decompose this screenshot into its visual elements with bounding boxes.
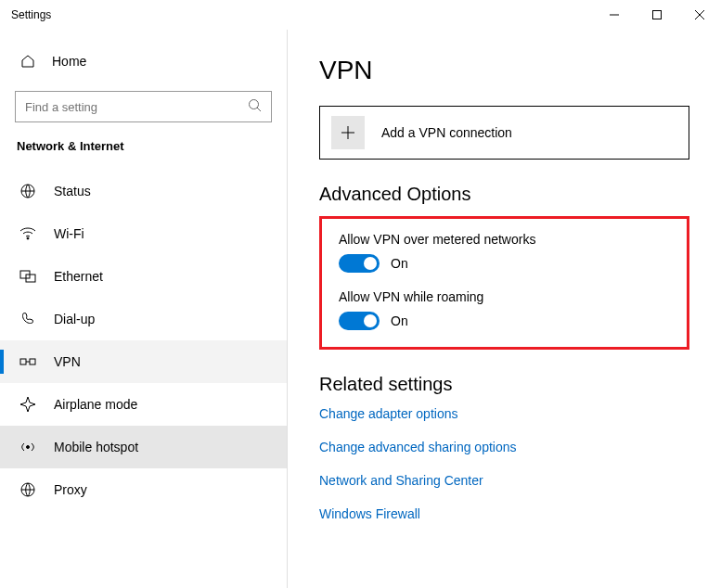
- sidebar-item-status[interactable]: Status: [0, 170, 287, 212]
- vpn-icon: [19, 355, 37, 368]
- svg-rect-1: [653, 11, 662, 19]
- close-button[interactable]: [678, 0, 721, 30]
- search-wrap: [15, 91, 272, 122]
- category-header: Network & Internet: [0, 139, 287, 170]
- sidebar-item-hotspot[interactable]: Mobile hotspot: [0, 426, 287, 468]
- svg-point-7: [27, 237, 29, 239]
- sidebar-item-airplane[interactable]: Airplane mode: [0, 383, 287, 426]
- option-roaming: Allow VPN while roaming On: [339, 289, 670, 330]
- sidebar-item-label: Ethernet: [54, 269, 103, 284]
- link-adapter-options[interactable]: Change adapter options: [319, 406, 689, 421]
- sidebar-item-label: Status: [54, 184, 91, 198]
- plus-icon: [331, 116, 365, 149]
- advanced-options-highlight: Allow VPN over metered networks On Allow…: [319, 216, 689, 350]
- svg-rect-10: [20, 359, 26, 364]
- sidebar-item-ethernet[interactable]: Ethernet: [0, 255, 287, 298]
- option-roaming-label: Allow VPN while roaming: [339, 289, 670, 304]
- option-metered: Allow VPN over metered networks On: [339, 232, 670, 273]
- svg-rect-11: [30, 359, 35, 364]
- titlebar: Settings: [0, 0, 721, 30]
- search-input[interactable]: [15, 91, 272, 122]
- sidebar-item-vpn[interactable]: VPN: [0, 340, 287, 383]
- toggle-metered[interactable]: [339, 254, 380, 273]
- home-icon: [19, 54, 37, 69]
- sidebar-item-wifi[interactable]: Wi-Fi: [0, 212, 287, 255]
- content: VPN Add a VPN connection Advanced Option…: [288, 30, 721, 588]
- add-vpn-button[interactable]: Add a VPN connection: [319, 106, 689, 160]
- proxy-icon: [19, 481, 37, 498]
- home-label: Home: [52, 54, 86, 69]
- link-firewall[interactable]: Windows Firewall: [319, 506, 689, 521]
- sidebar: Home Network & Internet Status Wi-Fi Eth…: [0, 30, 288, 588]
- status-icon: [19, 183, 37, 199]
- maximize-button[interactable]: [636, 0, 678, 30]
- advanced-options-title: Advanced Options: [319, 184, 689, 205]
- sidebar-item-label: Dial-up: [54, 312, 95, 326]
- sidebar-item-label: Airplane mode: [54, 397, 137, 412]
- add-vpn-label: Add a VPN connection: [381, 125, 512, 140]
- minimize-button[interactable]: [593, 0, 636, 30]
- page-title: VPN: [319, 56, 689, 85]
- toggle-metered-state: On: [391, 256, 408, 271]
- related-settings-title: Related settings: [319, 374, 689, 395]
- svg-line-5: [257, 108, 261, 111]
- sidebar-item-label: VPN: [54, 354, 81, 369]
- window-controls: [593, 0, 721, 30]
- link-network-center[interactable]: Network and Sharing Center: [319, 473, 689, 488]
- home-nav[interactable]: Home: [0, 43, 287, 80]
- sidebar-item-label: Wi-Fi: [54, 226, 84, 241]
- svg-point-13: [27, 446, 30, 449]
- airplane-icon: [19, 396, 37, 413]
- dialup-icon: [19, 311, 37, 327]
- search-icon: [248, 98, 263, 117]
- sidebar-item-proxy[interactable]: Proxy: [0, 468, 287, 511]
- sidebar-item-dialup[interactable]: Dial-up: [0, 298, 287, 340]
- ethernet-icon: [19, 270, 37, 283]
- sidebar-item-label: Proxy: [54, 482, 87, 497]
- hotspot-icon: [19, 440, 37, 454]
- option-metered-label: Allow VPN over metered networks: [339, 232, 670, 247]
- wifi-icon: [19, 227, 37, 240]
- toggle-roaming-state: On: [391, 313, 408, 328]
- sidebar-item-label: Mobile hotspot: [54, 440, 138, 454]
- toggle-roaming[interactable]: [339, 312, 380, 330]
- window-title: Settings: [11, 8, 51, 21]
- link-sharing-options[interactable]: Change advanced sharing options: [319, 440, 689, 454]
